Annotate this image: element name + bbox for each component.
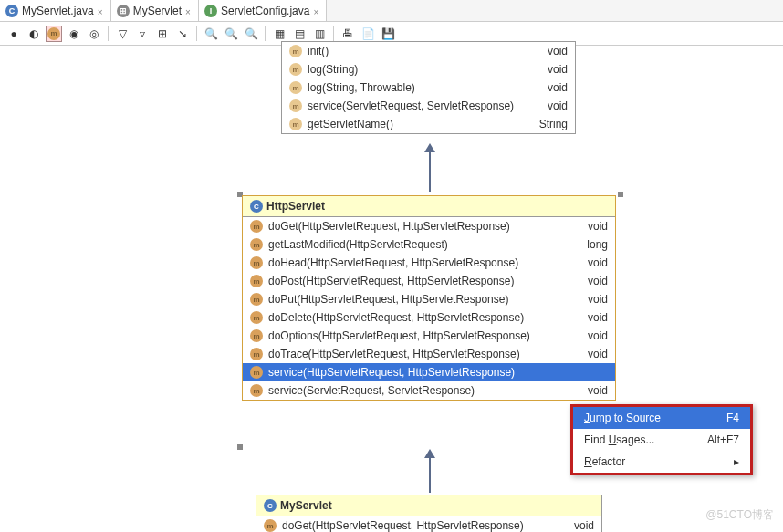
toolbar-snap-icon[interactable]: ▥ xyxy=(311,26,328,42)
method-return: void xyxy=(531,81,568,94)
method-return: void xyxy=(531,63,568,76)
close-icon[interactable]: × xyxy=(185,7,193,15)
toolbar-grid-icon[interactable]: ▤ xyxy=(291,26,308,42)
method-row[interactable]: doPost(HttpServletRequest, HttpServletRe… xyxy=(243,272,615,290)
method-return: void xyxy=(571,275,608,287)
class-header: MyServlet xyxy=(256,495,601,516)
method-name: service(HttpServletRequest, HttpServletR… xyxy=(268,366,566,379)
method-name: service(ServletRequest, ServletResponse) xyxy=(268,384,566,397)
tab-label: MyServlet xyxy=(133,5,182,17)
method-return: void xyxy=(571,348,608,360)
method-row[interactable]: doOptions(HttpServletRequest, HttpServle… xyxy=(243,327,615,345)
method-row[interactable]: service(ServletRequest, ServletResponse)… xyxy=(282,97,575,115)
resize-handle[interactable] xyxy=(618,192,623,197)
separator xyxy=(108,26,109,41)
method-icon xyxy=(289,99,302,112)
menu-shortcut: ▸ xyxy=(734,455,739,468)
toolbar-sort-icon[interactable]: ▿ xyxy=(134,26,151,42)
method-return: void xyxy=(531,45,568,57)
method-row[interactable]: log(String)void xyxy=(282,60,575,78)
method-name: doGet(HttpServletRequest, HttpServletRes… xyxy=(282,519,552,532)
close-icon[interactable]: × xyxy=(98,7,105,15)
tab-label: ServletConfig.java xyxy=(221,5,309,17)
inheritance-line xyxy=(429,456,431,493)
method-name: log(String) xyxy=(308,63,526,76)
class-icon xyxy=(250,200,263,213)
toolbar-layout-icon[interactable]: ▦ xyxy=(271,26,287,42)
method-icon xyxy=(250,384,263,397)
method-return: void xyxy=(558,519,594,532)
method-name: doHead(HttpServletRequest, HttpServletRe… xyxy=(268,256,566,269)
toolbar-zoom100-icon[interactable]: 🔍 xyxy=(243,26,259,42)
menu-label: Refactor xyxy=(584,455,625,468)
method-row[interactable]: service(ServletRequest, ServletResponse)… xyxy=(243,381,615,400)
toolbar-print-icon[interactable]: 🖶 xyxy=(339,26,356,42)
method-return: void xyxy=(571,293,608,306)
diagram-canvas[interactable]: init()voidlog(String)voidlog(String, Thr… xyxy=(0,46,783,532)
context-menu-item[interactable]: Find Usages...Alt+F7 xyxy=(573,429,750,451)
method-name: doGet(HttpServletRequest, HttpServletRes… xyxy=(268,220,566,233)
tab-myservlet-java[interactable]: C MyServlet.java × xyxy=(0,0,111,21)
method-row[interactable]: doTrace(HttpServletRequest, HttpServletR… xyxy=(243,345,615,363)
context-menu-item[interactable]: Jump to SourceF4 xyxy=(573,407,750,429)
class-box-myservlet[interactable]: MyServlet doGet(HttpServletRequest, Http… xyxy=(256,495,602,532)
toolbar-constructors-icon[interactable]: ◐ xyxy=(26,26,42,42)
menu-label: Jump to Source xyxy=(584,412,661,424)
toolbar-inner-icon[interactable]: ◎ xyxy=(86,26,102,42)
toolbar-zoomout-icon[interactable]: 🔍 xyxy=(223,26,239,42)
method-row[interactable]: log(String, Throwable)void xyxy=(282,78,575,97)
method-row[interactable]: doDelete(HttpServletRequest, HttpServlet… xyxy=(243,308,615,327)
method-icon xyxy=(289,81,302,94)
toolbar-zoomin-icon[interactable]: 🔍 xyxy=(203,26,219,42)
separator xyxy=(265,26,266,41)
method-icon xyxy=(250,220,263,233)
resize-handle[interactable] xyxy=(237,444,243,450)
class-box-httpservlet[interactable]: HttpServlet doGet(HttpServletRequest, Ht… xyxy=(242,195,616,401)
class-title: HttpServlet xyxy=(266,200,325,213)
method-icon xyxy=(264,519,277,532)
class-title: MyServlet xyxy=(280,499,332,512)
method-row[interactable]: doPut(HttpServletRequest, HttpServletRes… xyxy=(243,290,615,308)
method-row[interactable]: doGet(HttpServletRequest, HttpServletRes… xyxy=(256,516,601,532)
method-icon xyxy=(250,293,263,306)
toolbar-save-icon[interactable]: 💾 xyxy=(380,26,396,42)
inheritance-arrow-icon xyxy=(424,449,435,458)
toolbar-fields-icon[interactable]: ● xyxy=(5,26,22,42)
method-row[interactable]: service(HttpServletRequest, HttpServletR… xyxy=(243,363,615,381)
context-menu: Jump to SourceF4Find Usages...Alt+F7Refa… xyxy=(570,404,753,475)
method-row[interactable]: doGet(HttpServletRequest, HttpServletRes… xyxy=(243,217,615,235)
method-row[interactable]: doHead(HttpServletRequest, HttpServletRe… xyxy=(243,254,615,272)
toolbar-export-icon[interactable]: 📄 xyxy=(360,26,376,42)
method-row[interactable]: init()void xyxy=(282,42,575,60)
method-icon xyxy=(250,329,263,342)
toolbar-filter-icon[interactable]: ▽ xyxy=(114,26,130,42)
method-name: doPost(HttpServletRequest, HttpServletRe… xyxy=(268,275,566,287)
tab-label: MyServlet.java xyxy=(22,5,94,17)
menu-label: Find Usages... xyxy=(584,433,654,446)
class-box-genericservlet[interactable]: init()voidlog(String)voidlog(String, Thr… xyxy=(281,41,576,134)
method-name: doTrace(HttpServletRequest, HttpServletR… xyxy=(268,348,566,360)
toolbar-methods-icon[interactable] xyxy=(46,26,62,42)
editor-tabs: C MyServlet.java × ⊞ MyServlet × I Servl… xyxy=(0,0,783,22)
method-return: void xyxy=(571,384,608,397)
toolbar-collapse-icon[interactable]: ↘ xyxy=(174,26,191,42)
menu-shortcut: F4 xyxy=(726,412,739,424)
method-return: long xyxy=(571,238,608,251)
method-row[interactable]: getServletName()String xyxy=(282,115,575,133)
method-return: void xyxy=(571,311,608,324)
toolbar-properties-icon[interactable]: ◉ xyxy=(66,26,82,42)
separator xyxy=(196,26,197,41)
tab-myservlet-diagram[interactable]: ⊞ MyServlet × xyxy=(111,0,199,21)
context-menu-item[interactable]: Refactor▸ xyxy=(573,451,750,473)
method-row[interactable]: getLastModified(HttpServletRequest)long xyxy=(243,235,615,254)
method-icon xyxy=(289,45,302,57)
tab-servletconfig-java[interactable]: I ServletConfig.java × xyxy=(199,0,327,21)
method-icon xyxy=(250,256,263,269)
method-icon xyxy=(250,311,263,324)
method-return: void xyxy=(531,99,568,112)
class-header: HttpServlet xyxy=(243,196,615,217)
method-name: doOptions(HttpServletRequest, HttpServle… xyxy=(268,329,566,342)
close-icon[interactable]: × xyxy=(313,7,320,15)
method-icon xyxy=(250,348,263,360)
toolbar-expand-icon[interactable]: ⊞ xyxy=(154,26,171,42)
